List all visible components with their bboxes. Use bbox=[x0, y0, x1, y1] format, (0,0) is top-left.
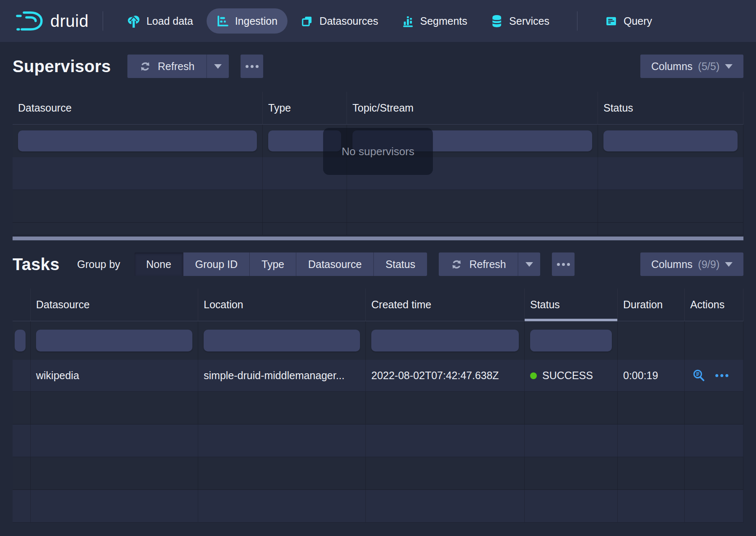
column-header-topic-stream[interactable]: Topic/Stream bbox=[347, 92, 598, 124]
supervisors-columns-button[interactable]: Columns (5/5) bbox=[640, 55, 743, 78]
tasks-refresh-split-button: Refresh bbox=[439, 252, 541, 276]
table-row-empty bbox=[13, 392, 743, 424]
column-header-datasource[interactable]: Datasource bbox=[31, 289, 198, 321]
navbar-divider bbox=[577, 11, 577, 31]
nav-item-ingestion[interactable]: Ingestion bbox=[207, 8, 287, 34]
tasks-title: Tasks bbox=[13, 255, 60, 274]
cell-location: simple-druid-middlemanager... bbox=[198, 360, 366, 391]
nav-items: Load data Ingestion Datasources bbox=[117, 8, 662, 34]
tasks-refresh-caret-button[interactable] bbox=[518, 252, 540, 276]
nav-item-label: Query bbox=[624, 15, 652, 27]
task-actions-menu-button[interactable] bbox=[715, 374, 728, 377]
druid-logo-icon bbox=[16, 10, 44, 32]
column-header-type[interactable]: Type bbox=[263, 92, 347, 124]
refresh-icon bbox=[450, 258, 463, 271]
services-icon bbox=[491, 15, 503, 28]
filter-input-topic-stream[interactable] bbox=[352, 130, 592, 151]
column-header-location[interactable]: Location bbox=[198, 289, 366, 321]
filter-input-created-time[interactable] bbox=[371, 330, 519, 351]
more-icon bbox=[246, 65, 259, 68]
table-row-empty bbox=[13, 157, 743, 190]
horizontal-scrollbar[interactable] bbox=[13, 237, 743, 240]
cell-datasource: wikipedia bbox=[31, 360, 198, 391]
cell-created-time: 2022-08-02T07:42:47.638Z bbox=[366, 360, 525, 391]
group-by-group-id-button[interactable]: Group ID bbox=[183, 252, 249, 276]
tasks-table: Datasource Location Created time Status … bbox=[13, 289, 743, 523]
supervisors-refresh-button[interactable]: Refresh bbox=[127, 55, 207, 78]
refresh-icon bbox=[139, 60, 151, 73]
supervisors-toolbar: Supervisors Refresh Columns (5/5) bbox=[13, 55, 743, 78]
table-row-empty bbox=[13, 223, 743, 235]
navbar-divider bbox=[103, 11, 103, 31]
nav-item-label: Services bbox=[509, 15, 549, 27]
group-by-label: Group by bbox=[77, 258, 120, 271]
column-header-duration[interactable]: Duration bbox=[618, 289, 685, 321]
druid-logo[interactable]: druid bbox=[16, 10, 88, 32]
filter-input-status[interactable] bbox=[530, 330, 612, 351]
nav-item-load-data[interactable]: Load data bbox=[117, 8, 203, 34]
filter-input-status[interactable] bbox=[603, 130, 738, 151]
nav-item-label: Load data bbox=[146, 15, 193, 27]
supervisors-more-button[interactable] bbox=[241, 55, 263, 78]
task-detail-button[interactable] bbox=[692, 369, 705, 382]
column-header-actions[interactable]: Actions bbox=[685, 289, 743, 321]
group-by-datasource-button[interactable]: Datasource bbox=[296, 252, 373, 276]
nav-item-label: Datasources bbox=[319, 15, 378, 27]
segments-icon bbox=[402, 15, 414, 27]
filter-input-datasource[interactable] bbox=[18, 130, 257, 151]
column-header-status[interactable]: Status bbox=[598, 92, 743, 124]
group-by-none-button[interactable]: None bbox=[135, 252, 183, 276]
nav-item-datasources[interactable]: Datasources bbox=[291, 8, 388, 34]
supervisors-table-header: Datasource Type Topic/Stream Status bbox=[13, 92, 743, 125]
success-status-dot bbox=[530, 372, 537, 379]
query-icon bbox=[605, 15, 617, 27]
column-header-status[interactable]: Status bbox=[525, 289, 618, 321]
nav-item-query[interactable]: Query bbox=[595, 8, 662, 34]
tasks-toolbar: Tasks Group by None Group ID Type Dataso… bbox=[13, 252, 743, 276]
more-icon bbox=[557, 263, 570, 266]
filter-input-datasource[interactable] bbox=[36, 330, 192, 351]
table-row-empty bbox=[13, 490, 743, 523]
column-header-datasource[interactable]: Datasource bbox=[13, 92, 263, 124]
caret-down-icon bbox=[214, 64, 222, 69]
filter-input-expand[interactable] bbox=[15, 330, 26, 351]
nav-item-segments[interactable]: Segments bbox=[392, 8, 478, 34]
caret-down-icon bbox=[725, 64, 733, 69]
table-row-wikipedia: wikipedia simple-druid-middlemanager... … bbox=[13, 360, 743, 392]
ingestion-icon bbox=[217, 15, 229, 27]
filter-input-location[interactable] bbox=[204, 330, 360, 351]
datasources-icon bbox=[301, 15, 313, 27]
group-by-status-button[interactable]: Status bbox=[373, 252, 427, 276]
table-row-empty bbox=[13, 457, 743, 490]
supervisors-refresh-split-button: Refresh bbox=[127, 55, 229, 78]
caret-down-icon bbox=[526, 262, 533, 267]
table-row-empty bbox=[13, 190, 743, 223]
column-header-expand bbox=[13, 289, 31, 321]
supervisors-refresh-caret-button[interactable] bbox=[206, 55, 229, 78]
nav-item-label: Ingestion bbox=[235, 15, 277, 27]
tasks-table-header: Datasource Location Created time Status … bbox=[13, 289, 743, 321]
tasks-filter-row bbox=[13, 321, 743, 360]
nav-item-services[interactable]: Services bbox=[481, 8, 559, 34]
table-row-empty bbox=[13, 424, 743, 457]
group-by-type-button[interactable]: Type bbox=[249, 252, 296, 276]
brand-name: druid bbox=[50, 12, 88, 31]
caret-down-icon bbox=[725, 262, 733, 267]
supervisors-table: Datasource Type Topic/Stream Status No s… bbox=[13, 92, 743, 235]
tasks-refresh-button[interactable]: Refresh bbox=[439, 252, 518, 276]
tasks-columns-button[interactable]: Columns (9/9) bbox=[640, 252, 743, 276]
group-by-button-group: None Group ID Type Datasource Status bbox=[135, 252, 427, 276]
search-details-icon bbox=[692, 369, 705, 382]
cell-duration: 0:00:19 bbox=[618, 360, 685, 391]
columns-label: Columns bbox=[651, 60, 693, 73]
columns-label: Columns bbox=[651, 258, 693, 271]
supervisors-title: Supervisors bbox=[13, 57, 111, 76]
refresh-label: Refresh bbox=[158, 60, 195, 73]
tasks-more-button[interactable] bbox=[552, 252, 575, 276]
filter-input-type[interactable] bbox=[268, 130, 341, 151]
supervisors-filter-row bbox=[13, 125, 743, 157]
refresh-label: Refresh bbox=[469, 258, 506, 271]
cell-status: SUCCESS bbox=[525, 360, 618, 391]
top-navbar: druid Load data Ingestion bbox=[0, 0, 756, 42]
column-header-created-time[interactable]: Created time bbox=[366, 289, 525, 321]
